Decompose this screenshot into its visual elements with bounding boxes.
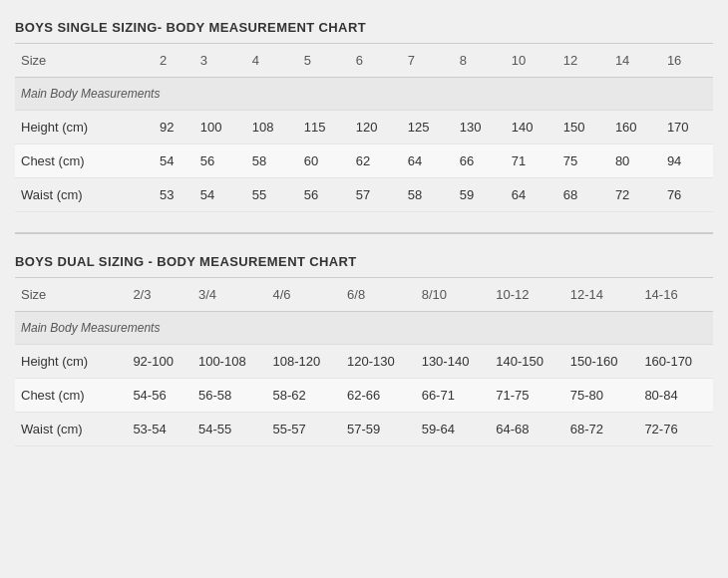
table-cell: 58 [402,178,454,212]
table-cell: 68 [557,178,609,212]
table-cell: 54-56 [127,379,192,413]
table-cell: 53 [154,178,194,212]
section2-header-row: Size2/33/44/66/88/1010-1212-1414-16 [15,278,713,312]
table-cell: 64 [506,178,557,212]
table-cell: 120 [350,111,402,144]
table-cell: 56 [298,178,350,212]
header-cell: 2/3 [127,278,192,312]
header-cell: 12 [557,44,609,78]
table-cell: 58 [246,144,298,178]
table-cell: 54 [194,178,246,212]
table-row: Chest (cm)54-5656-5858-6262-6666-7171-75… [15,379,713,413]
header-cell: 7 [402,44,454,78]
table-cell: 72-76 [638,413,713,446]
row-label: Height (cm) [15,111,154,144]
table-cell: 66 [454,144,506,178]
header-cell: 3/4 [192,278,267,312]
section1-title: BOYS SINGLE SIZING- BODY MEASUREMENT CHA… [15,10,713,43]
table-cell: 115 [298,111,350,144]
row-label: Chest (cm) [15,379,127,413]
subheader-cell: Main Body Measurements [15,312,713,345]
header-cell: 6/8 [341,278,416,312]
header-cell: 5 [298,44,350,78]
table-cell: 57-59 [341,413,416,446]
table-cell: 92-100 [127,345,192,379]
header-cell: 2 [154,44,194,78]
table-cell: 55 [246,178,298,212]
table-cell: 56 [194,144,246,178]
table-cell: 170 [661,111,713,144]
header-cell: 16 [661,44,713,78]
table-cell: 150-160 [564,345,639,379]
section1: BOYS SINGLE SIZING- BODY MEASUREMENT CHA… [15,10,713,212]
section2: BOYS DUAL SIZING - BODY MEASUREMENT CHAR… [15,244,713,446]
header-cell: 4 [246,44,298,78]
table-cell: 120-130 [341,345,416,379]
table-row: Height (cm)92100108115120125130140150160… [15,111,713,144]
table-cell: 54-55 [192,413,267,446]
table-cell: 140-150 [490,345,564,379]
table-cell: 125 [402,111,454,144]
header-cell: Size [15,44,154,78]
table-row: Height (cm)92-100100-108108-120120-13013… [15,345,713,379]
table-cell: 130 [454,111,506,144]
subheader-row: Main Body Measurements [15,312,713,345]
header-cell: 10 [506,44,557,78]
row-label: Height (cm) [15,345,127,379]
table-cell: 80 [609,144,661,178]
table-cell: 160 [609,111,661,144]
header-cell: 3 [194,44,246,78]
table-cell: 53-54 [127,413,192,446]
table-cell: 56-58 [192,379,267,413]
table-cell: 62-66 [341,379,416,413]
header-cell: 12-14 [564,278,639,312]
header-cell: 6 [350,44,402,78]
subheader-cell: Main Body Measurements [15,78,713,111]
header-cell: Size [15,278,127,312]
table-cell: 71 [506,144,557,178]
table-cell: 76 [661,178,713,212]
divider [15,232,713,234]
section2-title: BOYS DUAL SIZING - BODY MEASUREMENT CHAR… [15,244,713,277]
table-cell: 75-80 [564,379,639,413]
table-cell: 108-120 [267,345,342,379]
table-row: Chest (cm)5456586062646671758094 [15,144,713,178]
header-cell: 14 [609,44,661,78]
table-cell: 130-140 [416,345,491,379]
section1-table: Size234567810121416 Main Body Measuremen… [15,43,713,212]
table-cell: 100 [194,111,246,144]
table-cell: 64-68 [490,413,564,446]
row-label: Chest (cm) [15,144,154,178]
table-cell: 59 [454,178,506,212]
header-cell: 10-12 [490,278,564,312]
table-cell: 60 [298,144,350,178]
table-cell: 92 [154,111,194,144]
table-cell: 75 [557,144,609,178]
header-cell: 8 [454,44,506,78]
table-cell: 55-57 [267,413,342,446]
table-cell: 108 [246,111,298,144]
table-cell: 72 [609,178,661,212]
table-row: Waist (cm)53-5454-5555-5757-5959-6464-68… [15,413,713,446]
page-container: BOYS SINGLE SIZING- BODY MEASUREMENT CHA… [0,0,728,476]
table-cell: 57 [350,178,402,212]
table-cell: 62 [350,144,402,178]
table-cell: 64 [402,144,454,178]
subheader-row: Main Body Measurements [15,78,713,111]
header-cell: 8/10 [416,278,491,312]
table-cell: 58-62 [267,379,342,413]
header-cell: 4/6 [267,278,342,312]
table-cell: 66-71 [416,379,491,413]
table-row: Waist (cm)5354555657585964687276 [15,178,713,212]
row-label: Waist (cm) [15,413,127,446]
table-cell: 140 [506,111,557,144]
table-cell: 80-84 [638,379,713,413]
row-label: Waist (cm) [15,178,154,212]
table-cell: 94 [661,144,713,178]
table-cell: 150 [557,111,609,144]
header-cell: 14-16 [638,278,713,312]
table-cell: 100-108 [192,345,267,379]
section1-header-row: Size234567810121416 [15,44,713,78]
table-cell: 68-72 [564,413,639,446]
table-cell: 54 [154,144,194,178]
